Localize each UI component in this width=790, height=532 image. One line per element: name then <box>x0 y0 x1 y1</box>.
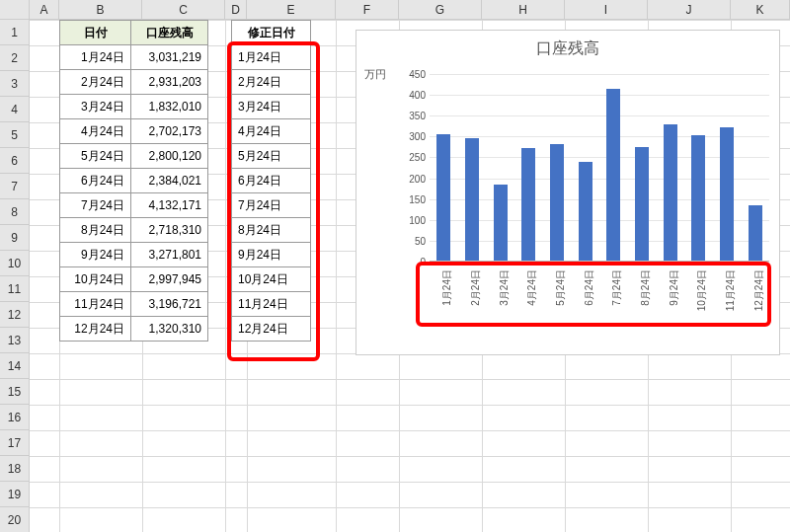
cell-date[interactable]: 10月24日 <box>60 267 131 292</box>
table-row[interactable]: 6月24日2,384,021 <box>60 169 208 193</box>
col-header-C[interactable]: C <box>142 0 225 20</box>
data-table-main[interactable]: 日付 口座残高 1月24日3,031,2192月24日2,931,2033月24… <box>59 20 208 342</box>
cell-fixed-date[interactable]: 12月24日 <box>232 317 311 342</box>
chart-bar[interactable] <box>635 147 649 261</box>
cell-fixed-date[interactable]: 9月24日 <box>232 243 311 267</box>
select-all-corner[interactable] <box>0 0 30 20</box>
header-fixed-date[interactable]: 修正日付 <box>232 21 311 45</box>
chart-bar[interactable] <box>664 124 677 261</box>
col-header-D[interactable]: D <box>225 0 247 20</box>
row-header-12[interactable]: 12 <box>0 302 30 328</box>
chart-bar[interactable] <box>720 127 734 261</box>
chart-bar[interactable] <box>579 162 592 261</box>
cell-date[interactable]: 9月24日 <box>60 243 131 267</box>
cell-date[interactable]: 6月24日 <box>60 169 131 193</box>
row-header-17[interactable]: 17 <box>0 430 30 456</box>
row-header-14[interactable]: 14 <box>0 353 30 379</box>
col-header-G[interactable]: G <box>399 0 482 20</box>
chart-bar[interactable] <box>691 135 705 261</box>
table-row[interactable]: 3月24日1,832,010 <box>60 95 208 119</box>
cell-date[interactable]: 2月24日 <box>60 70 131 95</box>
table-row[interactable]: 10月24日2,997,945 <box>60 267 208 292</box>
table-row[interactable]: 8月24日 <box>232 218 311 243</box>
col-header-J[interactable]: J <box>648 0 731 20</box>
row-header-18[interactable]: 18 <box>0 456 30 482</box>
col-header-K[interactable]: K <box>731 0 790 20</box>
cell-fixed-date[interactable]: 4月24日 <box>232 119 311 144</box>
table-row[interactable]: 11月24日3,196,721 <box>60 292 208 317</box>
table-row[interactable]: 2月24日 <box>232 70 311 95</box>
chart-bar[interactable] <box>494 185 508 261</box>
cell-date[interactable]: 3月24日 <box>60 95 131 119</box>
row-header-6[interactable]: 6 <box>0 148 30 174</box>
chart-bar[interactable] <box>606 89 620 261</box>
cell-balance[interactable]: 3,196,721 <box>131 292 208 317</box>
row-header-3[interactable]: 3 <box>0 71 30 97</box>
cell-balance[interactable]: 2,718,310 <box>131 218 208 243</box>
chart-bar[interactable] <box>465 138 479 261</box>
chart-bar[interactable] <box>749 205 762 261</box>
cell-date[interactable]: 11月24日 <box>60 292 131 317</box>
table-row[interactable]: 6月24日 <box>232 169 311 193</box>
cell-date[interactable]: 8月24日 <box>60 218 131 243</box>
cell-balance[interactable]: 3,271,801 <box>131 243 208 267</box>
table-row[interactable]: 3月24日 <box>232 95 311 119</box>
row-header-9[interactable]: 9 <box>0 225 30 251</box>
table-row[interactable]: 2月24日2,931,203 <box>60 70 208 95</box>
cell-balance[interactable]: 2,800,120 <box>131 144 208 169</box>
table-row[interactable]: 9月24日 <box>232 243 311 267</box>
row-header-13[interactable]: 13 <box>0 328 30 353</box>
col-header-I[interactable]: I <box>565 0 648 20</box>
cell-balance[interactable]: 1,320,310 <box>131 317 208 342</box>
cell-fixed-date[interactable]: 7月24日 <box>232 193 311 218</box>
row-header-5[interactable]: 5 <box>0 122 30 148</box>
row-header-16[interactable]: 16 <box>0 405 30 430</box>
table-row[interactable]: 7月24日 <box>232 193 311 218</box>
cell-balance[interactable]: 2,702,173 <box>131 119 208 144</box>
table-row[interactable]: 10月24日 <box>232 267 311 292</box>
row-header-20[interactable]: 20 <box>0 507 30 532</box>
col-header-F[interactable]: F <box>336 0 399 20</box>
row-header-8[interactable]: 8 <box>0 199 30 225</box>
cell-fixed-date[interactable]: 6月24日 <box>232 169 311 193</box>
table-row[interactable]: 1月24日3,031,219 <box>60 45 208 70</box>
cell-fixed-date[interactable]: 5月24日 <box>232 144 311 169</box>
row-header-7[interactable]: 7 <box>0 174 30 199</box>
row-header-11[interactable]: 11 <box>0 276 30 302</box>
cell-balance[interactable]: 2,997,945 <box>131 267 208 292</box>
row-header-1[interactable]: 1 <box>0 20 30 45</box>
cell-fixed-date[interactable]: 11月24日 <box>232 292 311 317</box>
row-header-19[interactable]: 19 <box>0 482 30 507</box>
cell-fixed-date[interactable]: 2月24日 <box>232 70 311 95</box>
table-row[interactable]: 12月24日 <box>232 317 311 342</box>
table-row[interactable]: 9月24日3,271,801 <box>60 243 208 267</box>
chart-bar[interactable] <box>550 144 564 261</box>
col-header-H[interactable]: H <box>482 0 565 20</box>
header-date[interactable]: 日付 <box>60 21 131 45</box>
chart-bar[interactable] <box>436 134 450 261</box>
col-header-A[interactable]: A <box>30 0 59 20</box>
table-row[interactable]: 12月24日1,320,310 <box>60 317 208 342</box>
cell-date[interactable]: 7月24日 <box>60 193 131 218</box>
cell-balance[interactable]: 1,832,010 <box>131 95 208 119</box>
table-row[interactable]: 5月24日2,800,120 <box>60 144 208 169</box>
cell-balance[interactable]: 3,031,219 <box>131 45 208 70</box>
row-header-2[interactable]: 2 <box>0 45 30 71</box>
table-row[interactable]: 1月24日 <box>232 45 311 70</box>
table-row[interactable]: 11月24日 <box>232 292 311 317</box>
cell-fixed-date[interactable]: 1月24日 <box>232 45 311 70</box>
table-row[interactable]: 5月24日 <box>232 144 311 169</box>
cell-date[interactable]: 4月24日 <box>60 119 131 144</box>
cell-balance[interactable]: 2,384,021 <box>131 169 208 193</box>
cell-fixed-date[interactable]: 8月24日 <box>232 218 311 243</box>
col-header-E[interactable]: E <box>247 0 336 20</box>
cell-fixed-date[interactable]: 10月24日 <box>232 267 311 292</box>
chart-bar[interactable] <box>521 148 535 261</box>
cell-date[interactable]: 5月24日 <box>60 144 131 169</box>
table-row[interactable]: 7月24日4,132,171 <box>60 193 208 218</box>
data-table-fixed-date[interactable]: 修正日付 1月24日2月24日3月24日4月24日5月24日6月24日7月24日… <box>231 20 311 342</box>
row-header-10[interactable]: 10 <box>0 251 30 276</box>
table-row[interactable]: 4月24日 <box>232 119 311 144</box>
table-row[interactable]: 4月24日2,702,173 <box>60 119 208 144</box>
cell-balance[interactable]: 4,132,171 <box>131 193 208 218</box>
